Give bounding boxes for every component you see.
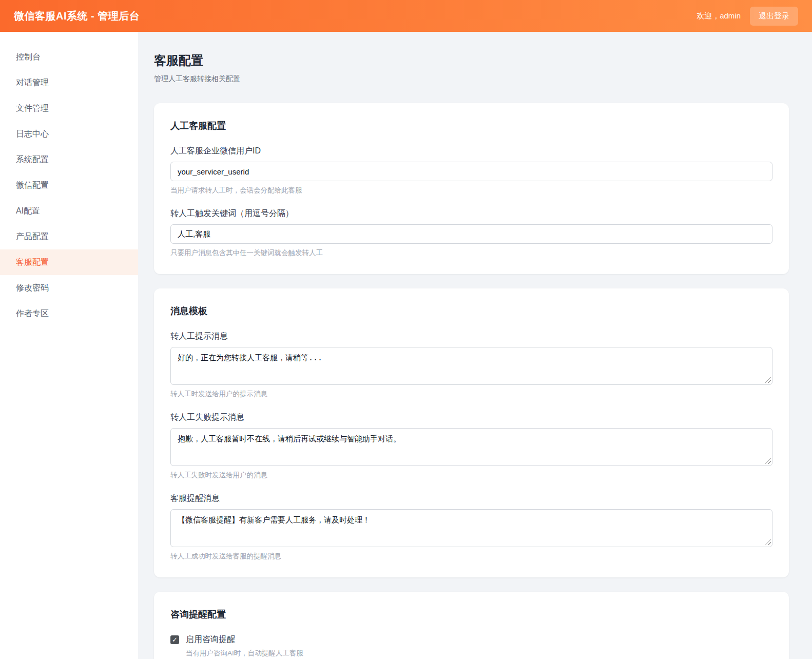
field-hint: 转人工成功时发送给客服的提醒消息 [170,552,772,561]
enable-reminder-label: 启用咨询提醒 [186,634,235,645]
header-right: 欢迎，admin 退出登录 [697,7,798,26]
card-message-templates: 消息模板 转人工提示消息 好的，正在为您转接人工客服，请稍等... 转人工时发送… [154,288,789,577]
sidebar-item-wechat-config[interactable]: 微信配置 [0,172,138,198]
sidebar-item-ai-config[interactable]: AI配置 [0,198,138,224]
card-manual-service-config: 人工客服配置 人工客服企业微信用户ID 当用户请求转人工时，会话会分配给此客服 … [154,103,789,274]
sidebar-item-dashboard[interactable]: 控制台 [0,44,138,70]
field-hint: 只要用户消息包含其中任一关键词就会触发转人工 [170,248,772,258]
textarea-wrapper: 抱歉，人工客服暂时不在线，请稍后再试或继续与智能助手对话。 [170,428,772,466]
field-label: 转人工失败提示消息 [170,412,772,423]
service-reminder-field: 客服提醒消息 【微信客服提醒】有新客户需要人工服务，请及时处理！ 转人工成功时发… [170,493,772,561]
app-title: 微信客服AI系统 - 管理后台 [14,9,140,23]
card-title: 人工客服配置 [170,120,772,132]
sidebar-item-conversations[interactable]: 对话管理 [0,70,138,95]
page-subtitle: 管理人工客服转接相关配置 [154,74,789,84]
sidebar-item-service-config[interactable]: 客服配置 [0,249,138,275]
servicer-userid-input[interactable] [170,162,772,181]
resize-handle-icon[interactable] [765,377,771,383]
transfer-keywords-input[interactable] [170,224,772,244]
transfer-prompt-textarea[interactable]: 好的，正在为您转接人工客服，请稍等... [170,347,772,385]
app-header: 微信客服AI系统 - 管理后台 欢迎，admin 退出登录 [0,0,812,32]
field-hint: 当有用户咨询AI时，自动提醒人工客服 [186,649,772,658]
welcome-text: 欢迎，admin [697,11,741,21]
card-consult-reminder-config: 咨询提醒配置 ✓ 启用咨询提醒 当有用户咨询AI时，自动提醒人工客服 [154,592,789,659]
service-reminder-textarea[interactable]: 【微信客服提醒】有新客户需要人工服务，请及时处理！ [170,509,772,547]
field-hint: 当用户请求转人工时，会话会分配给此客服 [170,186,772,195]
sidebar-item-files[interactable]: 文件管理 [0,95,138,121]
sidebar-item-author-zone[interactable]: 作者专区 [0,301,138,326]
field-hint: 转人工时发送给用户的提示消息 [170,390,772,399]
transfer-fail-field: 转人工失败提示消息 抱歉，人工客服暂时不在线，请稍后再试或继续与智能助手对话。 … [170,412,772,480]
textarea-wrapper: 【微信客服提醒】有新客户需要人工服务，请及时处理！ [170,509,772,547]
main-layout: 控制台 对话管理 文件管理 日志中心 系统配置 微信配置 AI配置 产品配置 客… [0,32,812,659]
resize-handle-icon[interactable] [765,458,771,464]
content-area: 客服配置 管理人工客服转接相关配置 人工客服配置 人工客服企业微信用户ID 当用… [138,32,812,659]
sidebar: 控制台 对话管理 文件管理 日志中心 系统配置 微信配置 AI配置 产品配置 客… [0,32,138,659]
textarea-wrapper: 好的，正在为您转接人工客服，请稍等... [170,347,772,385]
transfer-fail-textarea[interactable]: 抱歉，人工客服暂时不在线，请稍后再试或继续与智能助手对话。 [170,428,772,466]
field-hint: 转人工失败时发送给用户的消息 [170,471,772,480]
sidebar-item-product-config[interactable]: 产品配置 [0,224,138,249]
card-title: 咨询提醒配置 [170,608,772,621]
field-label: 客服提醒消息 [170,493,772,504]
enable-reminder-checkbox-row[interactable]: ✓ 启用咨询提醒 [170,634,772,645]
sidebar-item-logs[interactable]: 日志中心 [0,121,138,147]
field-label: 转人工触发关键词（用逗号分隔） [170,208,772,219]
enable-reminder-checkbox[interactable]: ✓ [170,635,179,644]
logout-button[interactable]: 退出登录 [750,7,798,26]
sidebar-item-system-config[interactable]: 系统配置 [0,147,138,172]
sidebar-item-change-password[interactable]: 修改密码 [0,275,138,301]
checkbox-check-icon: ✓ [172,636,178,643]
field-label: 人工客服企业微信用户ID [170,146,772,157]
card-title: 消息模板 [170,305,772,317]
page-title: 客服配置 [154,52,789,69]
field-label: 转人工提示消息 [170,331,772,342]
transfer-keywords-field: 转人工触发关键词（用逗号分隔） 只要用户消息包含其中任一关键词就会触发转人工 [170,208,772,258]
servicer-userid-field: 人工客服企业微信用户ID 当用户请求转人工时，会话会分配给此客服 [170,146,772,195]
transfer-prompt-field: 转人工提示消息 好的，正在为您转接人工客服，请稍等... 转人工时发送给用户的提… [170,331,772,399]
resize-handle-icon[interactable] [765,539,771,545]
